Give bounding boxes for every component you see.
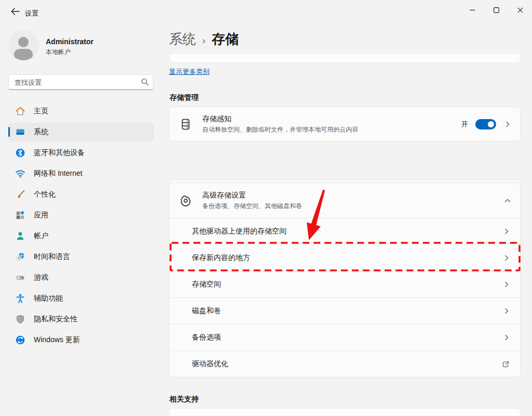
storage-sense-title: 存储感知 [202,114,461,124]
chevron-up-icon [504,198,511,204]
sidebar-item-system[interactable]: 系统 [8,123,154,141]
sidebar-nav: 主页 系统 蓝牙和其他设备 网络和 Internet [8,102,154,349]
show-more-categories-link[interactable]: 显示更多类别 [169,67,210,76]
system-icon [15,127,25,137]
sidebar-item-label: 个性化 [34,190,56,199]
search-input[interactable] [8,74,153,90]
storage-sense-toggle[interactable] [475,119,496,129]
window-controls [460,0,532,21]
sidebar-item-time-language[interactable]: 时间和语言 [8,248,154,266]
page-title: 存储 [212,30,239,48]
row-backup-options[interactable]: 备份选项 [170,324,520,350]
sidebar-item-label: 系统 [34,127,48,137]
minimize-button[interactable] [460,0,484,21]
time-language-icon [15,252,25,262]
sidebar-item-label: 主页 [34,107,48,116]
minimize-icon [470,6,475,15]
network-icon [15,168,25,179]
windows-update-icon [15,335,25,345]
user-account-button[interactable]: Administrator 本地帐户 [8,30,154,61]
chevron-right-icon [504,121,511,127]
breadcrumb-separator: › [202,35,205,46]
bluetooth-icon [15,148,25,158]
sidebar-item-label: Windows 更新 [34,335,80,345]
sidebar-item-network[interactable]: 网络和 Internet [8,164,154,183]
sidebar-item-apps[interactable]: 应用 [8,206,154,225]
back-button[interactable] [7,5,23,20]
titlebar: 设置 [0,0,532,25]
close-icon [517,6,523,15]
main-content: 系统 › 存储 显示更多类别 存储管理 存储感知 自动释放空间、删除临时文件，并… [169,25,521,416]
chevron-right-icon [503,281,510,288]
row-where-new-content-saved[interactable]: 保存新内容的地方 [170,244,520,271]
search-box [8,74,153,90]
sidebar-item-label: 辅助功能 [34,294,63,303]
sidebar-item-label: 帐户 [34,231,48,241]
storage-sense-description: 自动释放空间、删除临时文件，并管理本地可用的云内容 [202,125,461,134]
gaming-icon [15,272,25,283]
sidebar-item-label: 时间和语言 [34,252,70,262]
row-storage-spaces[interactable]: 存储空间 [170,271,520,297]
storage-sense-card[interactable]: 存储感知 自动释放空间、删除临时文件，并管理本地可用的云内容 开 [169,107,521,141]
user-name: Administrator [46,37,94,46]
row-disks-volumes[interactable]: 磁盘和卷 [170,297,520,324]
storage-usage-bar-partial [169,54,521,63]
row-storage-other-drives[interactable]: 其他驱动器上使用的存储空间 [170,218,520,244]
sidebar-item-windows-update[interactable]: Windows 更新 [8,331,154,349]
shield-icon [15,314,25,324]
sidebar-item-label: 蓝牙和其他设备 [34,148,85,158]
sidebar-item-label: 隐私和安全性 [34,315,77,324]
apps-icon [15,210,25,220]
personalization-icon [15,189,25,200]
breadcrumb-system[interactable]: 系统 [169,30,196,48]
maximize-icon [494,6,499,15]
section-title-related-support: 相关支持 [170,395,199,404]
sidebar-item-privacy-security[interactable]: 隐私和安全性 [8,310,154,329]
external-link-icon [502,360,510,368]
sidebar-item-gaming[interactable]: 游戏 [8,268,154,287]
section-title-storage-management: 存储管理 [170,93,199,102]
accounts-icon [15,231,25,241]
sidebar: Administrator 本地帐户 主页 系统 [0,25,162,416]
avatar [8,30,38,60]
chevron-right-icon [503,255,510,261]
user-account-type: 本地帐户 [46,48,71,57]
chevron-right-icon [503,228,510,235]
sidebar-item-accounts[interactable]: 帐户 [8,227,154,245]
toggle-state-label: 开 [461,120,468,129]
sidebar-item-bluetooth-devices[interactable]: 蓝牙和其他设备 [8,144,154,162]
search-icon [141,78,149,88]
app-title: 设置 [25,9,38,18]
sidebar-item-label: 游戏 [34,273,48,282]
advanced-storage-title: 高级存储设置 [202,191,502,200]
advanced-storage-header[interactable]: 高级存储设置 备份选项、存储空间、其他磁盘和卷 [170,183,520,218]
storage-sense-icon [180,119,191,130]
maximize-button[interactable] [484,0,508,21]
close-button[interactable] [508,0,532,21]
sidebar-item-accessibility[interactable]: 辅助功能 [8,289,154,308]
gear-icon [180,195,191,206]
sidebar-item-label: 网络和 Internet [34,169,82,178]
chevron-right-icon [503,334,510,341]
arrow-left-icon [11,8,20,17]
breadcrumb: 系统 › 存储 [169,30,239,48]
advanced-storage-card: 高级存储设置 备份选项、存储空间、其他磁盘和卷 其他驱动器上使用的存储空间 保存… [169,183,521,378]
related-support-card-partial [169,408,521,416]
row-drive-optimization[interactable]: 驱动器优化 [170,350,520,377]
sidebar-item-personalization[interactable]: 个性化 [8,185,154,204]
advanced-storage-description: 备份选项、存储空间、其他磁盘和卷 [202,202,502,211]
accessibility-icon [15,293,25,304]
sidebar-item-label: 应用 [34,211,48,220]
settings-window: 设置 Administrator 本地帐户 [0,0,532,416]
sidebar-item-home[interactable]: 主页 [8,102,154,121]
chevron-right-icon [503,308,510,314]
home-icon [15,106,25,116]
